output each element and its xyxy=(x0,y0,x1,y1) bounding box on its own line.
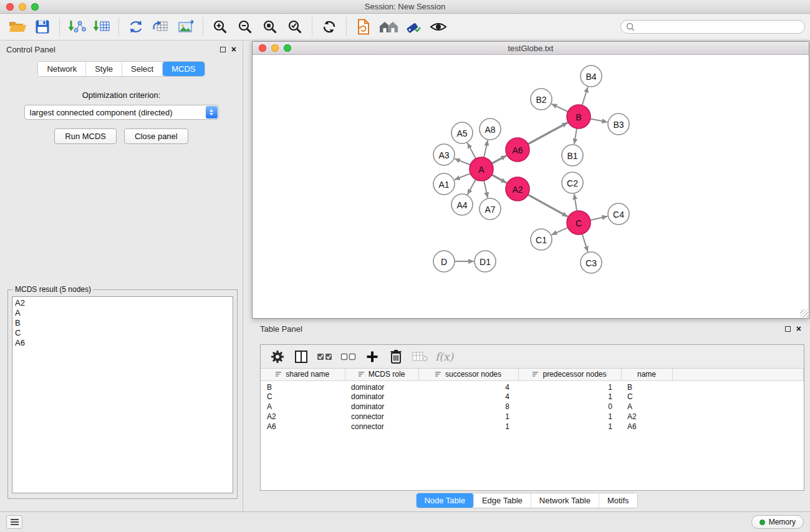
tab-network[interactable]: Network xyxy=(38,62,86,76)
tab-mcds[interactable]: MCDS xyxy=(163,62,204,76)
network-node[interactable]: A xyxy=(470,157,493,181)
cell-predecessor-nodes[interactable]: 1 xyxy=(518,422,621,432)
close-window-button[interactable] xyxy=(6,3,14,11)
network-edge[interactable] xyxy=(484,181,488,198)
cell-predecessor-nodes[interactable]: 1 xyxy=(518,380,621,392)
network-node[interactable]: A7 xyxy=(480,198,501,220)
resize-grip[interactable] xyxy=(800,309,808,317)
export-image-button[interactable] xyxy=(173,15,198,39)
tab-style[interactable]: Style xyxy=(86,62,122,76)
deselect-all-button[interactable] xyxy=(338,347,359,367)
network-edge[interactable] xyxy=(574,194,577,211)
network-canvas[interactable]: B4B2BB3A5A8A6A3B1AC2A1A2A4A7C4CC1C3DD1 xyxy=(253,55,809,318)
mcds-result-item[interactable]: B xyxy=(15,318,230,328)
cell-name[interactable]: A xyxy=(621,402,672,412)
network-node[interactable]: C4 xyxy=(608,203,629,225)
network-edge[interactable] xyxy=(468,143,476,158)
cell-successor-nodes[interactable]: 1 xyxy=(418,422,518,432)
cell-name[interactable]: A6 xyxy=(621,422,672,432)
table-row[interactable]: C dominator 4 1 C xyxy=(261,392,804,402)
network-node[interactable]: A8 xyxy=(480,118,501,140)
column-header-shared-name[interactable]: shared name xyxy=(261,369,345,380)
network-node[interactable]: A5 xyxy=(451,122,473,143)
zoom-selected-button[interactable] xyxy=(282,15,307,39)
network-edge[interactable] xyxy=(484,140,488,158)
cell-successor-nodes[interactable]: 8 xyxy=(418,402,518,412)
network-node[interactable]: A3 xyxy=(433,144,455,165)
column-header-name[interactable]: name xyxy=(621,369,672,380)
zoom-out-button[interactable] xyxy=(233,15,258,39)
float-table-panel-icon[interactable] xyxy=(785,326,791,332)
cell-name[interactable]: A2 xyxy=(621,412,672,422)
cell-shared-name[interactable]: A xyxy=(261,402,345,412)
network-edge[interactable] xyxy=(455,173,471,180)
tab-edge-table[interactable]: Edge Table xyxy=(474,493,531,508)
network-node[interactable]: D xyxy=(433,251,455,272)
cell-mcds-role[interactable]: dominator xyxy=(345,392,418,402)
network-edge[interactable] xyxy=(492,155,507,163)
cell-successor-nodes[interactable]: 4 xyxy=(418,380,518,392)
close-table-panel-icon[interactable]: × xyxy=(796,324,801,333)
network-edge[interactable] xyxy=(591,119,608,122)
tab-network-table[interactable]: Network Table xyxy=(531,493,599,508)
cell-predecessor-nodes[interactable]: 1 xyxy=(518,412,621,422)
delete-table-button[interactable] xyxy=(409,347,430,367)
cell-mcds-role[interactable]: connector xyxy=(345,422,418,432)
network-edge[interactable] xyxy=(582,234,588,252)
network-node[interactable]: C xyxy=(567,211,591,235)
import-network-button[interactable] xyxy=(64,15,89,39)
home-view-button[interactable] xyxy=(376,15,401,39)
network-edge[interactable] xyxy=(551,228,567,235)
cell-mcds-role[interactable]: connector xyxy=(345,412,418,422)
network-node[interactable]: B xyxy=(567,105,591,128)
refresh-view-button[interactable] xyxy=(317,15,342,39)
tag-button[interactable] xyxy=(401,15,426,39)
task-history-button[interactable] xyxy=(6,515,22,529)
run-mcds-button[interactable]: Run MCDS xyxy=(54,128,117,144)
mcds-result-item[interactable]: C xyxy=(15,328,230,338)
zoom-in-button[interactable] xyxy=(208,15,233,39)
network-window-titlebar[interactable]: testGlobe.txt xyxy=(253,42,809,55)
tab-motifs[interactable]: Motifs xyxy=(599,493,637,508)
network-node[interactable]: B4 xyxy=(581,65,602,87)
show-columns-button[interactable] xyxy=(291,347,312,367)
network-node[interactable]: C1 xyxy=(531,229,552,250)
column-header-predecessor-nodes[interactable]: predecessor nodes xyxy=(518,369,621,380)
minimize-window-button[interactable] xyxy=(19,3,26,11)
network-edge[interactable] xyxy=(528,123,568,145)
new-table-button[interactable] xyxy=(148,15,173,39)
cell-predecessor-nodes[interactable]: 0 xyxy=(518,402,621,412)
select-all-button[interactable] xyxy=(314,347,335,367)
network-canvas-area[interactable]: B4B2BB3A5A8A6A3B1AC2A1A2A4A7C4CC1C3DD1 xyxy=(253,55,809,318)
column-header-mcds-role[interactable]: MCDS role xyxy=(345,369,418,380)
delete-column-button[interactable] xyxy=(385,347,407,367)
memory-button[interactable]: Memory xyxy=(751,515,804,529)
network-node[interactable]: D1 xyxy=(475,251,496,272)
network-edge[interactable] xyxy=(551,104,568,112)
import-table-button[interactable] xyxy=(89,15,114,39)
network-node[interactable]: C2 xyxy=(562,172,583,193)
table-row[interactable]: A6 connector 1 1 A6 xyxy=(261,422,804,432)
mcds-result-item[interactable]: A2 xyxy=(15,298,230,308)
close-panel-icon[interactable]: × xyxy=(231,45,236,54)
cell-mcds-role[interactable]: dominator xyxy=(345,402,418,412)
network-node[interactable]: A1 xyxy=(433,173,455,195)
function-builder-button[interactable]: f(x) xyxy=(435,351,453,363)
mcds-result-item[interactable]: A6 xyxy=(15,338,230,348)
network-node[interactable]: B2 xyxy=(531,89,552,110)
show-hide-button[interactable] xyxy=(426,15,451,39)
maximize-window-button[interactable] xyxy=(31,3,39,11)
close-panel-button[interactable]: Close panel xyxy=(124,128,188,144)
save-session-button[interactable] xyxy=(30,15,55,39)
network-node[interactable]: A2 xyxy=(506,177,529,201)
add-column-button[interactable] xyxy=(362,347,383,367)
document-button[interactable] xyxy=(351,15,376,39)
network-node[interactable]: B3 xyxy=(608,114,629,135)
network-edge[interactable] xyxy=(591,216,608,220)
network-edge[interactable] xyxy=(455,158,471,165)
tab-select[interactable]: Select xyxy=(122,62,163,76)
minimize-network-window-button[interactable] xyxy=(271,44,279,52)
cell-successor-nodes[interactable]: 1 xyxy=(418,412,518,422)
cell-shared-name[interactable]: B xyxy=(261,380,345,392)
float-panel-icon[interactable] xyxy=(220,47,226,52)
